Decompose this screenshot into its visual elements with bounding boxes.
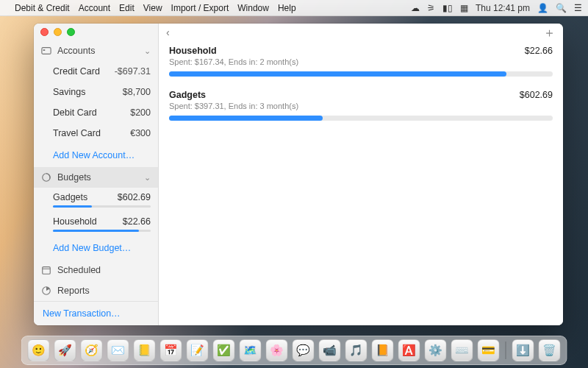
dock: 🙂 🚀 🧭 ✉️ 📒 📅 📝 ✅ 🗺️ 🌸 💬 📹 🎵 📙 🅰️ ⚙️ ⌨️ 💳… xyxy=(21,336,567,365)
budget-subtitle: Spent: $397.31, Ends in: 3 month(s) xyxy=(169,102,553,110)
menubar-item-account[interactable]: Account xyxy=(79,3,110,13)
budget-progress-bar xyxy=(169,116,553,121)
budget-detail-block[interactable]: Household $22.66 Spent: $167.34, Ends in… xyxy=(169,46,553,77)
sidebar-account-row[interactable]: Credit Card -$697.31 xyxy=(34,61,158,82)
budget-title: Household xyxy=(169,46,217,56)
dock-app-calendar[interactable]: 📅 xyxy=(160,339,182,361)
window-minimize-button[interactable] xyxy=(54,28,62,36)
pie-chart-icon xyxy=(41,286,51,296)
cloud-status-icon[interactable]: ☁︎ xyxy=(411,3,420,13)
menubar-clock[interactable]: Thu 12:41 pm xyxy=(476,3,530,13)
account-name: Travel Card xyxy=(53,128,101,138)
spotlight-icon[interactable]: 🔍 xyxy=(556,3,567,13)
sidebar-section-reports[interactable]: Reports xyxy=(34,280,158,301)
sidebar-section-accounts-label: Accounts xyxy=(57,46,95,56)
menubar-app-name[interactable]: Debit & Credit xyxy=(15,3,70,13)
budget-subtitle: Spent: $167.34, Ends in: 2 month(s) xyxy=(169,57,553,66)
budget-icon xyxy=(41,172,51,183)
wifi-icon[interactable]: ⚞ xyxy=(427,3,435,13)
account-balance: €300 xyxy=(130,128,151,138)
budget-detail-block[interactable]: Gadgets $602.69 Spent: $397.31, Ends in:… xyxy=(169,90,553,121)
menubar-item-window[interactable]: Window xyxy=(237,3,269,13)
account-balance: -$697.31 xyxy=(115,66,151,77)
titlebar xyxy=(34,24,158,40)
app-window: Accounts ⌄ Credit Card -$697.31 Savings … xyxy=(34,24,563,325)
dock-app-preferences[interactable]: ⚙️ xyxy=(425,339,447,361)
battery-icon[interactable]: ▮▯ xyxy=(442,3,453,13)
content-toolbar: ‹ ＋ xyxy=(159,24,563,41)
dock-app-reminders[interactable]: ✅ xyxy=(213,339,235,361)
sidebar-account-row[interactable]: Debit Card $200 xyxy=(34,102,158,123)
flag-icon[interactable]: ▦ xyxy=(460,3,468,13)
sidebar-budget-row[interactable]: Gadgets $602.69 xyxy=(34,188,158,212)
dock-app-maps[interactable]: 🗺️ xyxy=(240,339,262,361)
account-balance: $8,700 xyxy=(123,87,151,97)
svg-rect-3 xyxy=(43,267,51,275)
add-new-budget-link[interactable]: Add New Budget… xyxy=(34,236,158,260)
svg-rect-1 xyxy=(43,49,46,51)
account-name: Credit Card xyxy=(53,66,100,77)
dock-app-ibooks[interactable]: 📙 xyxy=(372,339,394,361)
dock-app-mail[interactable]: ✉️ xyxy=(107,339,129,361)
dock-app-messages[interactable]: 💬 xyxy=(293,339,315,361)
account-name: Savings xyxy=(53,87,85,97)
dock-separator xyxy=(506,342,506,359)
menubar-item-edit[interactable]: Edit xyxy=(119,3,135,13)
budget-progress-bar xyxy=(53,230,151,232)
dock-downloads[interactable]: ⬇️ xyxy=(512,339,534,361)
menubar-item-import-export[interactable]: Import / Export xyxy=(171,3,229,13)
dock-app-facetime[interactable]: 📹 xyxy=(319,339,341,361)
window-zoom-button[interactable] xyxy=(67,28,75,36)
menubar: Debit & Credit Account Edit View Import … xyxy=(0,0,588,16)
sidebar-account-row[interactable]: Savings $8,700 xyxy=(34,82,158,102)
account-balance: $200 xyxy=(130,107,151,118)
new-transaction-link[interactable]: New Transaction… xyxy=(34,302,158,325)
user-icon[interactable]: 👤 xyxy=(537,3,548,13)
budget-remaining: $22.66 xyxy=(123,216,151,227)
add-new-account-link[interactable]: Add New Account… xyxy=(34,144,158,167)
sidebar-budget-row[interactable]: Household $22.66 xyxy=(34,212,158,236)
window-close-button[interactable] xyxy=(40,28,49,36)
dock-app-debit-credit[interactable]: 💳 xyxy=(478,339,500,361)
add-button[interactable]: ＋ xyxy=(543,26,556,39)
chevron-down-icon: ⌄ xyxy=(144,173,151,183)
budget-name: Household xyxy=(53,216,97,227)
dock-app-safari[interactable]: 🧭 xyxy=(81,339,103,361)
dock-app-terminal[interactable]: ⌨️ xyxy=(451,339,473,361)
sidebar-section-accounts[interactable]: Accounts ⌄ xyxy=(34,40,158,61)
dock-app-contacts[interactable]: 📒 xyxy=(134,339,156,361)
budget-remaining: $602.69 xyxy=(520,90,553,100)
chevron-down-icon: ⌄ xyxy=(144,46,151,56)
account-name: Debit Card xyxy=(53,107,97,118)
budget-progress-bar xyxy=(53,205,151,208)
dock-app-photos[interactable]: 🌸 xyxy=(266,339,288,361)
sidebar-section-budgets[interactable]: Budgets ⌄ xyxy=(34,167,158,188)
dock-app-launchpad[interactable]: 🚀 xyxy=(54,339,76,361)
sidebar-section-scheduled-label: Scheduled xyxy=(57,265,101,275)
sidebar-section-scheduled[interactable]: Scheduled xyxy=(34,260,158,280)
budget-remaining: $602.69 xyxy=(118,192,151,202)
budget-name: Gadgets xyxy=(53,192,87,202)
sidebar-section-budgets-label: Budgets xyxy=(57,172,91,183)
dock-trash[interactable]: 🗑️ xyxy=(539,339,561,361)
dock-app-itunes[interactable]: 🎵 xyxy=(345,339,368,361)
budget-title: Gadgets xyxy=(169,90,206,100)
sidebar: Accounts ⌄ Credit Card -$697.31 Savings … xyxy=(34,24,159,325)
budget-progress-bar xyxy=(169,71,553,77)
dock-app-notes[interactable]: 📝 xyxy=(187,339,209,361)
calendar-icon xyxy=(41,265,51,275)
sidebar-section-reports-label: Reports xyxy=(57,286,90,296)
menubar-item-view[interactable]: View xyxy=(143,3,162,13)
dock-app-appstore[interactable]: 🅰️ xyxy=(398,339,420,361)
back-button[interactable]: ‹ xyxy=(166,26,170,38)
budget-remaining: $22.66 xyxy=(525,46,553,56)
menubar-item-help[interactable]: Help xyxy=(278,3,296,13)
notification-center-icon[interactable]: ☰ xyxy=(574,3,582,13)
dock-app-finder[interactable]: 🙂 xyxy=(28,339,50,361)
content-pane: ‹ ＋ Household $22.66 Spent: $167.34, End… xyxy=(159,24,563,325)
sidebar-account-row[interactable]: Travel Card €300 xyxy=(34,123,158,144)
wallet-icon xyxy=(41,46,51,56)
